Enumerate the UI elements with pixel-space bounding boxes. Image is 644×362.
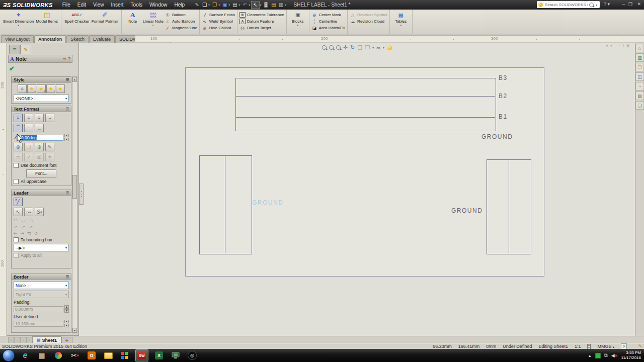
tray-clock[interactable]: 3:53 PM 11/17/2016 <box>621 350 643 360</box>
appearance-icon[interactable] <box>387 45 392 50</box>
volume-icon[interactable]: ◀✖ <box>611 353 618 358</box>
zoom-in-out-icon[interactable] <box>336 45 341 50</box>
calculator-icon[interactable]: ▦ <box>36 350 48 361</box>
obs-icon[interactable]: ◎ <box>186 350 198 361</box>
linear-note-button[interactable]: AAAAAA Linear Note▾ <box>142 11 165 28</box>
weld-symbol-button[interactable]: ∿ Weld Symbol <box>202 19 235 24</box>
flag-note-bank-button[interactable]: ✎ <box>45 143 54 151</box>
apply-default-style-button[interactable]: A <box>18 84 27 93</box>
magnetic-line-button[interactable]: ∕ Magnetic Line <box>165 25 197 31</box>
custom-properties-icon[interactable]: ▤ <box>635 92 644 100</box>
sheet-format-icon[interactable]: ❏ <box>357 44 362 51</box>
datum-feature-button[interactable]: A Datum Feature <box>239 19 284 24</box>
leader-header[interactable]: Leader☰ <box>12 190 71 196</box>
pin-icon[interactable]: ➥ <box>62 56 66 61</box>
sheet1-tab[interactable]: ▤ Sheet1 <box>32 336 61 343</box>
tray-expand-icon[interactable]: ▲ <box>588 354 592 357</box>
design-library-icon[interactable]: ▥ <box>635 53 644 62</box>
note-ground-top[interactable]: GROUND <box>481 133 513 140</box>
spline-leader-button[interactable]: Sˣ <box>35 208 44 216</box>
select-button[interactable]: ↖ <box>251 1 260 9</box>
zoom-to-area-icon[interactable] <box>329 45 334 50</box>
border-style-select[interactable]: None▾ <box>14 282 69 289</box>
property-manager-tab[interactable]: ✎ <box>20 45 31 54</box>
doc-minimize-icon[interactable]: ‒ <box>614 43 617 48</box>
auto-balloon-button[interactable]: ① Auto Balloon <box>165 19 197 24</box>
collapse-icon[interactable]: ☰ <box>66 107 69 111</box>
delete-style-button[interactable]: ★× <box>37 84 46 93</box>
note-b2[interactable]: B2 <box>499 93 508 100</box>
hide-show-dropdown-icon[interactable]: ▾ <box>383 46 384 49</box>
feature-manager-tab[interactable]: ≣ <box>9 45 20 54</box>
tab-view-layout[interactable]: View Layout <box>1 35 34 43</box>
restore-button[interactable]: ❐ <box>626 2 634 7</box>
add-symbol-button[interactable]: ⊕ <box>35 143 44 151</box>
view-palette-icon[interactable]: ◫ <box>635 72 644 81</box>
shelf-front-view[interactable] <box>235 78 496 131</box>
app-grid-icon[interactable] <box>119 350 131 361</box>
menu-edit[interactable]: Edit <box>74 2 90 8</box>
pan-icon[interactable]: ✛ <box>343 44 348 51</box>
internet-explorer-icon[interactable]: e <box>19 350 31 361</box>
doc-icon-2[interactable]: ▫ <box>610 43 612 48</box>
help-search-box[interactable]: ? ▾ <box>537 1 600 8</box>
shelf-divider-line[interactable] <box>236 96 495 97</box>
save-button[interactable]: ▣ <box>221 2 228 9</box>
angle-spinner[interactable]: ▲▼ <box>64 134 69 141</box>
view-sheets-icon[interactable]: ❐ <box>365 44 370 51</box>
multi-jog-leader-button[interactable]: ↝ <box>24 208 33 216</box>
doc-icon-1[interactable]: ▫ <box>606 43 608 48</box>
collapse-icon[interactable]: ☰ <box>66 275 69 279</box>
geometric-tolerance-button[interactable]: ⊕ Geometric Tolerance <box>239 12 284 18</box>
units-selector[interactable]: MMGS ▴ <box>597 344 614 349</box>
tab-evaluate[interactable]: Evaluate <box>89 35 115 43</box>
link-to-property-button[interactable]: ❑ <box>24 143 33 151</box>
network-icon[interactable]: ⧉ <box>604 352 608 358</box>
note-button[interactable]: A Note <box>124 11 142 24</box>
align-top-button[interactable]: ▔ <box>14 124 23 132</box>
collapse-icon[interactable]: ☰ <box>66 191 69 195</box>
file-explorer-icon[interactable] <box>102 350 114 361</box>
pm-help-icon[interactable]: ? <box>68 56 70 61</box>
resources-home-icon[interactable]: ⌂ <box>635 44 644 52</box>
font-button[interactable]: Font... <box>26 169 56 177</box>
doc-restore-icon[interactable]: ❐ <box>619 43 623 48</box>
smart-dimension-button[interactable]: ✦ Smart Dimension▾ <box>2 11 35 28</box>
menu-insert[interactable]: Insert <box>108 2 127 8</box>
menu-file[interactable]: File <box>59 2 74 8</box>
doc-close-icon[interactable]: ✕ <box>626 43 630 48</box>
surface-finish-button[interactable]: √ Surface Finish <box>202 12 235 18</box>
note-b3[interactable]: B3 <box>499 74 508 81</box>
search-input[interactable] <box>544 2 589 8</box>
panel-splitter-handle[interactable] <box>79 184 84 205</box>
tab-sketch[interactable]: Sketch <box>66 35 89 43</box>
shelf-divider-line[interactable] <box>236 117 495 118</box>
view-dropdown-icon[interactable]: ▾ <box>372 46 374 49</box>
appearances-icon[interactable]: ◔ <box>635 82 644 90</box>
scrollbar-thumb[interactable] <box>72 175 77 199</box>
all-uppercase-checkbox[interactable] <box>14 179 19 184</box>
ok-check-icon[interactable]: ✔ <box>9 65 15 72</box>
options-button[interactable]: ▥ <box>277 2 285 9</box>
open-document-button[interactable]: ❒ <box>211 2 218 9</box>
search-dropdown-icon[interactable]: ▾ <box>596 3 597 7</box>
leader-button[interactable]: ↖ <box>14 208 23 216</box>
revision-cloud-button[interactable]: ☁ Revision Cloud <box>350 19 387 24</box>
align-middle-button[interactable]: ─ <box>24 124 33 132</box>
menu-view[interactable]: View <box>90 2 108 8</box>
close-button[interactable]: ✕ <box>635 2 643 7</box>
note-ground-right[interactable]: GROUND <box>451 207 482 214</box>
align-left-button[interactable]: ≡ <box>14 114 23 122</box>
scroll-down-arrow[interactable]: ▼ <box>72 328 77 333</box>
paint-icon[interactable] <box>52 350 64 361</box>
insert-hyperlink-button[interactable]: ⊛ <box>14 143 23 151</box>
sketch-icon[interactable]: ✎ <box>193 2 201 9</box>
area-hatch-fill-button[interactable]: ◪ Area Hatch/Fill <box>311 25 345 31</box>
center-mark-button[interactable]: ⊕ Center Mark <box>311 12 345 18</box>
menu-tools[interactable]: Tools <box>127 2 146 8</box>
side-divider-line[interactable] <box>225 156 225 253</box>
align-center-button[interactable]: ≡ <box>24 114 33 122</box>
text-format-header[interactable]: Text Format☰ <box>12 106 71 112</box>
new-document-button[interactable]: ❏ <box>201 2 208 9</box>
forum-icon[interactable]: ❏ <box>635 101 644 110</box>
